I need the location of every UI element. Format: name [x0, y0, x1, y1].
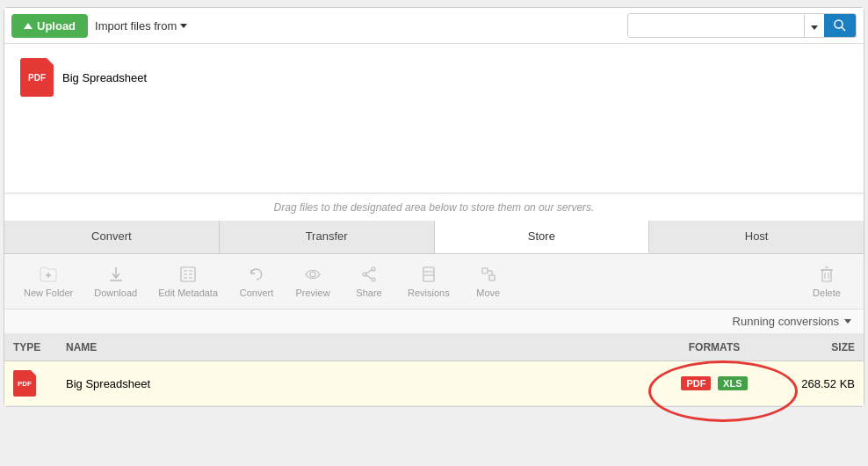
- import-files-button[interactable]: Import files from: [95, 19, 187, 33]
- badge-pdf: PDF: [681, 376, 711, 390]
- svg-point-16: [363, 273, 366, 276]
- toolbar-edit-metadata-label: Edit Metadata: [158, 288, 218, 298]
- search-icon: [833, 18, 847, 33]
- cell-formats: PDF XLS: [653, 361, 776, 406]
- svg-rect-19: [423, 267, 434, 281]
- toolbar-new-folder[interactable]: New Folder: [15, 261, 82, 302]
- svg-rect-22: [482, 268, 488, 273]
- delete-icon: [817, 265, 836, 284]
- toolbar-preview[interactable]: Preview: [286, 261, 339, 302]
- toolbar-move[interactable]: Move: [462, 261, 515, 302]
- svg-rect-6: [181, 267, 195, 281]
- toolbar-convert[interactable]: Convert: [230, 261, 283, 302]
- col-name: NAME: [57, 334, 653, 361]
- toolbar-move-label: Move: [476, 288, 500, 298]
- svg-rect-26: [822, 270, 831, 281]
- svg-line-17: [366, 270, 372, 273]
- convert-icon: [247, 265, 266, 284]
- edit-metadata-icon: [178, 265, 198, 284]
- toolbar-revisions[interactable]: Revisions: [399, 261, 459, 302]
- cell-size: 268.52 KB: [776, 361, 864, 406]
- file-name-label: Big Spreadsheet: [62, 71, 147, 84]
- toolbar-delete-label: Delete: [813, 288, 841, 298]
- svg-line-18: [366, 275, 372, 279]
- tab-store[interactable]: Store: [435, 221, 650, 253]
- col-type: TYPE: [4, 334, 57, 361]
- move-icon: [479, 265, 498, 284]
- running-conversions-row: Running conversions: [4, 309, 864, 334]
- svg-point-13: [310, 272, 315, 277]
- row-file-name: Big Spreadsheet: [66, 377, 150, 390]
- running-conversions-label: Running conversions: [733, 315, 839, 328]
- badge-xls: XLS: [718, 376, 747, 390]
- action-tabs: Convert Transfer Store Host: [4, 221, 864, 254]
- tab-host[interactable]: Host: [649, 221, 864, 253]
- file-item: PDF Big Spreadsheet: [17, 53, 851, 102]
- download-icon: [106, 265, 126, 284]
- upload-arrow-icon: [24, 23, 33, 29]
- tab-convert[interactable]: Convert: [4, 221, 220, 253]
- upload-label: Upload: [37, 19, 76, 33]
- toolbar-revisions-label: Revisions: [408, 288, 450, 298]
- tab-transfer[interactable]: Transfer: [220, 221, 435, 253]
- search-dropdown-button[interactable]: [804, 15, 824, 37]
- toolbar-edit-metadata[interactable]: Edit Metadata: [149, 261, 227, 302]
- import-label: Import files from: [95, 19, 177, 33]
- running-conversions-caret-icon: [844, 319, 851, 324]
- svg-rect-23: [489, 275, 495, 280]
- cell-type: PDF: [4, 361, 57, 406]
- svg-point-0: [835, 20, 843, 28]
- drag-hint: Drag files to the designated area below …: [4, 193, 864, 221]
- toolbar-download[interactable]: Download: [85, 261, 146, 302]
- import-caret-icon: [180, 24, 187, 28]
- row-pdf-icon: PDF: [13, 370, 36, 397]
- preview-icon: [303, 265, 322, 284]
- search-go-button[interactable]: [824, 14, 856, 37]
- top-toolbar: Upload Import files from: [4, 8, 864, 44]
- col-formats: FORMATS: [653, 334, 776, 361]
- revisions-icon: [419, 265, 438, 284]
- upload-button[interactable]: Upload: [11, 14, 88, 38]
- toolbar-preview-label: Preview: [295, 288, 329, 298]
- new-folder-icon: [39, 265, 58, 284]
- search-caret-icon: [811, 25, 818, 30]
- svg-line-1: [842, 27, 845, 31]
- table-row[interactable]: PDF Big Spreadsheet PDF XLS 268.52 KB: [4, 361, 864, 406]
- toolbar-download-label: Download: [94, 288, 137, 298]
- file-table: TYPE NAME FORMATS SIZE PDF Big Spreadshe…: [4, 334, 864, 406]
- search-input[interactable]: [628, 15, 804, 37]
- file-drop-area[interactable]: PDF Big Spreadsheet: [4, 44, 864, 193]
- table-header-row: TYPE NAME FORMATS SIZE: [4, 334, 864, 361]
- toolbar-share-label: Share: [356, 288, 381, 298]
- file-type-icon-large: PDF: [20, 58, 54, 97]
- share-icon: [359, 265, 379, 284]
- toolbar-share[interactable]: Share: [343, 261, 395, 302]
- svg-point-14: [372, 267, 375, 271]
- search-box: [627, 13, 857, 38]
- toolbar-delete[interactable]: Delete: [800, 261, 853, 302]
- col-size: SIZE: [776, 334, 864, 361]
- row-file-size: 268.52 KB: [801, 377, 855, 390]
- svg-point-15: [372, 278, 375, 281]
- icon-toolbar: New Folder Download: [4, 254, 864, 309]
- cell-name: Big Spreadsheet: [57, 361, 653, 406]
- toolbar-convert-label: Convert: [240, 288, 274, 298]
- toolbar-new-folder-label: New Folder: [24, 288, 73, 298]
